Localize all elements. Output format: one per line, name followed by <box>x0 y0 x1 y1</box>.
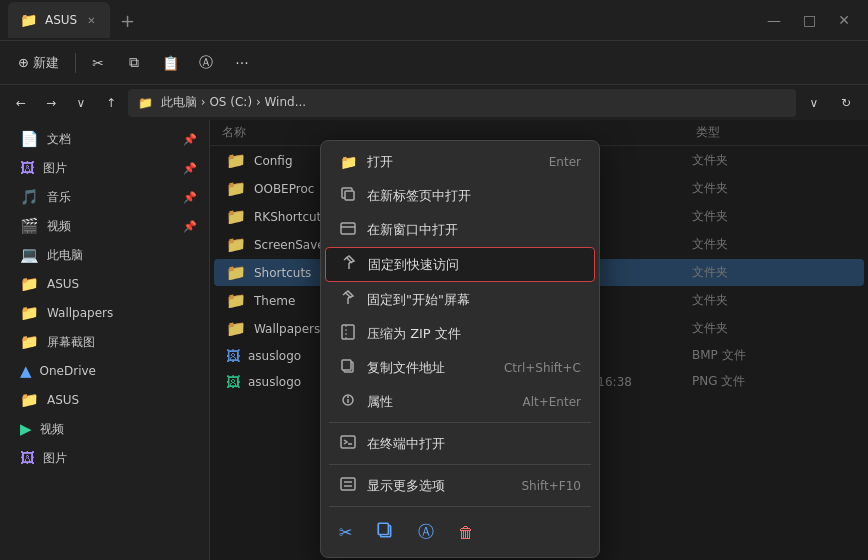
sidebar-item-label: ASUS <box>47 277 79 291</box>
folder-icon: 📁 <box>226 207 246 226</box>
context-menu: 📁 打开 Enter 在新标签页中打开 <box>320 140 600 558</box>
cm-terminal[interactable]: 在终端中打开 <box>325 427 595 460</box>
breadcrumb-bar[interactable]: 📁 此电脑 › OS (C:) › Wind... <box>128 89 796 117</box>
refresh-button[interactable]: ↻ <box>832 89 860 117</box>
cut-icon: ✂ <box>92 55 104 71</box>
refresh-icon: ↻ <box>841 96 851 110</box>
sidebar-item-label: 屏幕截图 <box>47 334 95 351</box>
sidebar-item-onedrive[interactable]: ▲ OneDrive <box>4 357 205 385</box>
sidebar-item-label: ASUS <box>47 393 79 407</box>
sidebar-item-wallpapers[interactable]: 📁 Wallpapers <box>4 299 205 327</box>
more-icon: ··· <box>235 55 248 71</box>
cm-open-label: 打开 <box>367 153 539 171</box>
svg-rect-11 <box>342 360 351 370</box>
svg-rect-8 <box>342 325 354 339</box>
address-bar: ← → ∨ ↑ 📁 此电脑 › OS (C:) › Wind... ∨ ↻ <box>0 84 868 120</box>
dropdown-icon: ∨ <box>810 96 819 110</box>
more-toolbar-button[interactable]: ··· <box>226 47 258 79</box>
cm-pin-start[interactable]: 固定到"开始"屏幕 <box>325 283 595 316</box>
cm-ai-action[interactable]: Ⓐ <box>414 518 438 547</box>
properties-icon <box>339 392 357 411</box>
wallpapers-folder-icon: 📁 <box>20 304 39 322</box>
sidebar-item-video[interactable]: 🎬 视频 📌 <box>4 212 205 240</box>
cm-copy-action[interactable] <box>372 517 398 547</box>
context-menu-divider-1 <box>329 422 591 423</box>
new-button[interactable]: ⊕ 新建 <box>8 50 69 76</box>
cm-pin-quick[interactable]: 固定到快速访问 <box>325 247 595 282</box>
address-actions: ∨ ↻ <box>800 89 860 117</box>
folder-icon: 📁 <box>226 263 246 282</box>
close-tab-button[interactable]: ✕ <box>85 13 97 28</box>
context-menu-divider-2 <box>329 464 591 465</box>
paste-button[interactable]: 📋 <box>154 47 186 79</box>
pics2-icon: 🖼 <box>20 449 35 467</box>
forward-button[interactable]: → <box>38 90 64 116</box>
close-button[interactable]: ✕ <box>828 8 860 32</box>
cm-open-window[interactable]: 在新窗口中打开 <box>325 213 595 246</box>
folder-icon: 📁 <box>226 151 246 170</box>
cm-properties-shortcut: Alt+Enter <box>522 395 581 409</box>
file-area: 名称 类型 📁 Config 文件夹 📁 OOBEProc 文件夹 📁 RKSh… <box>210 120 868 560</box>
copy-icon: ⧉ <box>129 54 139 71</box>
file-type: PNG 文件 <box>692 373 772 390</box>
cm-copy-path-label: 复制文件地址 <box>367 359 494 377</box>
forward-icon: → <box>46 96 56 110</box>
pin-icon: 📌 <box>183 162 197 175</box>
tab-asus[interactable]: 📁 ASUS ✕ <box>8 2 110 38</box>
screenshot-folder-icon: 📁 <box>20 333 39 351</box>
sidebar-item-music[interactable]: 🎵 音乐 📌 <box>4 183 205 211</box>
expand-button[interactable]: ∨ <box>68 90 94 116</box>
sidebar-item-pics[interactable]: 🖼 图片 📌 <box>4 154 205 182</box>
file-type: 文件夹 <box>692 152 772 169</box>
maximize-button[interactable]: □ <box>793 8 826 32</box>
svg-rect-21 <box>379 523 389 534</box>
asus2-folder-icon: 📁 <box>20 391 39 409</box>
new-tab-button[interactable]: + <box>114 6 142 34</box>
file-type: 文件夹 <box>692 264 772 281</box>
sidebar-item-label: 图片 <box>43 160 67 177</box>
sidebar-item-docs[interactable]: 📄 文档 📌 <box>4 125 205 153</box>
context-menu-divider-3 <box>329 506 591 507</box>
back-button[interactable]: ← <box>8 90 34 116</box>
terminal-icon <box>339 434 357 453</box>
sidebar-item-asus[interactable]: 📁 ASUS <box>4 270 205 298</box>
pin-start-icon <box>339 290 357 309</box>
cm-pin-quick-label: 固定到快速访问 <box>368 256 580 274</box>
dropdown-button[interactable]: ∨ <box>800 89 828 117</box>
title-bar: 📁 ASUS ✕ + — □ ✕ <box>0 0 868 40</box>
toolbar-divider-1 <box>75 53 76 73</box>
pin-icon: 📌 <box>183 220 197 233</box>
cm-properties[interactable]: 属性 Alt+Enter <box>325 385 595 418</box>
new-tab-icon <box>339 186 357 205</box>
sidebar-item-label: 图片 <box>43 450 67 467</box>
sidebar-item-pc[interactable]: 💻 此电脑 <box>4 241 205 269</box>
paste-icon: 📋 <box>162 55 179 71</box>
cm-copy-path[interactable]: 复制文件地址 Ctrl+Shift+C <box>325 351 595 384</box>
cm-open-tab[interactable]: 在新标签页中打开 <box>325 179 595 212</box>
file-type: 文件夹 <box>692 208 772 225</box>
cm-delete-action[interactable]: 🗑 <box>454 519 478 546</box>
svg-point-13 <box>347 396 349 398</box>
copy-path-icon <box>339 358 357 377</box>
sidebar-item-screenshot[interactable]: 📁 屏幕截图 <box>4 328 205 356</box>
music-icon: 🎵 <box>20 188 39 206</box>
video-icon: 🎬 <box>20 217 39 235</box>
minimize-button[interactable]: — <box>757 8 791 32</box>
cm-zip[interactable]: 压缩为 ZIP 文件 <box>325 317 595 350</box>
cm-cut-action[interactable]: ✂ <box>335 519 356 546</box>
pin-icon <box>340 255 358 274</box>
open-icon: 📁 <box>339 154 357 170</box>
sidebar-item-label: 此电脑 <box>47 247 83 264</box>
sidebar-item-label: OneDrive <box>40 364 96 378</box>
cm-more-options[interactable]: 显示更多选项 Shift+F10 <box>325 469 595 502</box>
sidebar-item-video2[interactable]: ▶ 视频 <box>4 415 205 443</box>
copy-button[interactable]: ⧉ <box>118 47 150 79</box>
cm-open[interactable]: 📁 打开 Enter <box>325 146 595 178</box>
cut-button[interactable]: ✂ <box>82 47 114 79</box>
breadcrumb-folder-icon: 📁 <box>138 96 153 110</box>
cm-properties-label: 属性 <box>367 393 512 411</box>
sidebar-item-asus2[interactable]: 📁 ASUS <box>4 386 205 414</box>
ai-button[interactable]: Ⓐ <box>190 47 222 79</box>
up-button[interactable]: ↑ <box>98 90 124 116</box>
sidebar-item-pics2[interactable]: 🖼 图片 <box>4 444 205 472</box>
